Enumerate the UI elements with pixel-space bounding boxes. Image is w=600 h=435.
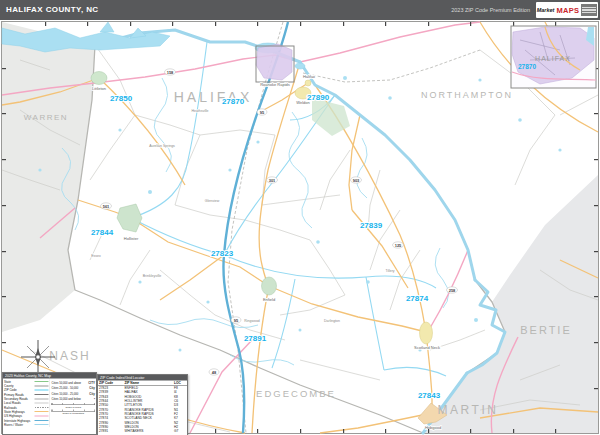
legend-city-item: Cities 10,000 and below• (51, 396, 95, 402)
hamlet-label-brinkleyville: Brinkleyville (143, 274, 162, 278)
county-label-warren: WARREN (24, 113, 68, 122)
table-row: 27891WHITAKERSG7 (98, 428, 187, 432)
hamlet-label-tillery: Tillery (385, 269, 394, 273)
zip-index-table: ZIP Code Index/Grid Locator ZIP Code ZIP… (97, 374, 188, 435)
county-label-nash: NASH (49, 349, 90, 363)
legend-item: Rivers / Water (4, 422, 49, 426)
zip-label-27890: 27890 (307, 93, 330, 102)
halifax-county-zip-map-page: { "header": { "title": "HALIFAX COUNTY, … (0, 0, 600, 435)
county-label-bertie: BERTIE (520, 324, 572, 336)
scale-bar-kilometers: Scale in Kilometers (51, 410, 95, 415)
shield-i95: 95 (260, 110, 265, 115)
shield-nc561: 561 (103, 204, 110, 209)
map-legend: 2023 Halifax County, NC Map State County… (2, 372, 97, 435)
page-title: HALIFAX COUNTY, NC (6, 5, 99, 14)
logo-market-text: Market (537, 7, 555, 13)
shield-nc125: 125 (395, 243, 402, 248)
shield-us158: 158 (167, 70, 174, 75)
inset-county-label: HALIFAX (535, 55, 571, 62)
legend-city-items: Cities 50,000 and aboveCITY Cities 25,00… (49, 380, 95, 427)
inset-zip-label: 27870 (518, 63, 536, 70)
logo-maps-text: MAPS (556, 6, 579, 15)
town-label-roanoke-rapids: Roanoke Rapids (260, 82, 290, 87)
shield-i95-south: 95 (234, 318, 239, 323)
zip-label-27844: 27844 (91, 228, 114, 237)
zip-label-27870: 27870 (222, 97, 245, 106)
hamlet-label-darlington: Darlington (324, 319, 340, 323)
shield-nc48: 48 (212, 370, 217, 375)
town-label-littleton: Littleton (92, 86, 106, 91)
county-label-northampton: NORTHAMPTON (421, 90, 513, 100)
zip-label-27874: 27874 (406, 294, 429, 303)
scale-bar-miles: Scale in Miles (51, 403, 95, 408)
county-label-martin: MARTIN (438, 403, 499, 417)
legend-line-items: State County ZIP Code Primary Roads Seco… (4, 380, 49, 427)
zip-label-27839: 27839 (360, 221, 383, 230)
town-label-enfield: Enfield (263, 297, 275, 302)
hamlet-label-aurelian-springs: Aurelian Springs (149, 144, 175, 148)
shield-nc903: 903 (353, 178, 360, 183)
hamlet-label-heathsville: Heathsville (191, 109, 208, 113)
scotland-neck-area (420, 322, 433, 344)
town-label-hobgood: Hobgood (425, 425, 441, 430)
zip-label-27843: 27843 (418, 391, 441, 400)
town-label-hollister: Hollister (124, 236, 139, 241)
shield-us301: 301 (269, 178, 276, 183)
town-label-scotland-neck: Scotland Neck (414, 345, 440, 350)
marketmaps-logo: Market MAPS (536, 2, 598, 18)
edition-label: 2023 ZIP Code Premium Edition (451, 7, 530, 13)
header-bar: HALIFAX COUNTY, NC 2023 ZIP Code Premium… (0, 0, 600, 20)
halifax-town-marker (305, 80, 311, 86)
zip-label-27823: 27823 (211, 249, 234, 258)
town-label-halifax: Halifax (303, 74, 315, 79)
county-label-edgecombe: EDGECOMBE (256, 388, 336, 399)
logo-badge (581, 4, 597, 16)
hamlet-label-essex: Essex (91, 254, 101, 258)
zip-label-27850: 27850 (110, 94, 133, 103)
inset-map: HALIFAX 27870 (511, 26, 596, 88)
hamlet-label-ringwood: Ringwood (244, 319, 260, 323)
littleton-area (91, 72, 107, 85)
shield-us258: 258 (449, 288, 456, 293)
zip-label-27891: 27891 (244, 334, 267, 343)
hamlet-label-glenview: Glenview (205, 199, 220, 203)
enfield-area (262, 277, 277, 295)
